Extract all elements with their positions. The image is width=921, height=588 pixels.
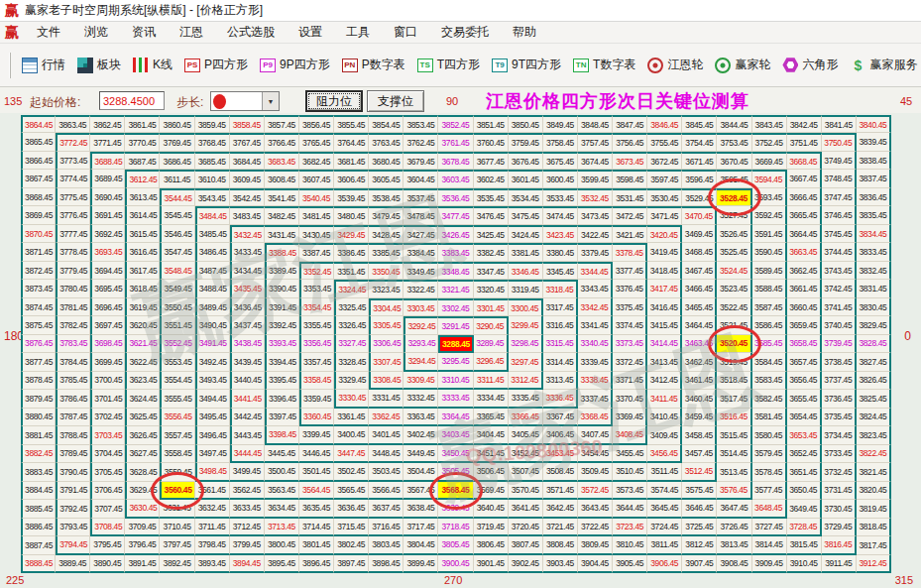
price-cell: 3684.45: [230, 152, 265, 170]
menu-item-浏览[interactable]: 浏览: [72, 22, 120, 43]
step-dropdown-button[interactable]: ▼: [262, 92, 279, 110]
price-cell: 3817.45: [857, 536, 891, 554]
price-cell: 3562.45: [230, 482, 265, 500]
price-cell: 3862.45: [90, 115, 125, 133]
price-cell: 3839.45: [857, 133, 891, 151]
price-cell: 3400.45: [334, 426, 369, 444]
price-cell: 3364.45: [438, 409, 473, 426]
menu-item-交易委托[interactable]: 交易委托: [429, 22, 501, 43]
toolbar-button-p-number[interactable]: PNP数字表: [342, 57, 405, 73]
price-cell: 3354.45: [299, 298, 334, 316]
toolbar-button-winner-service[interactable]: $赢家服务: [850, 57, 917, 73]
price-cell: 3725.45: [682, 519, 717, 536]
price-cell: 3856.45: [299, 115, 334, 133]
price-cell: 3497.45: [195, 445, 230, 463]
price-cell: 3405.45: [509, 426, 543, 444]
menu-item-窗口[interactable]: 窗口: [382, 22, 429, 43]
toolbar-button-9t-square[interactable]: T99T四方形: [492, 57, 561, 73]
price-cell: 3710.45: [160, 519, 194, 536]
chevron-down-icon: ▼: [268, 98, 275, 105]
price-cell: 3848.45: [578, 115, 613, 133]
price-cell: 3851.45: [474, 115, 509, 133]
menu-item-工具[interactable]: 工具: [334, 22, 382, 43]
price-cell: 3373.45: [613, 335, 647, 353]
price-cell: 3483.45: [230, 206, 265, 224]
price-cell: 3419.45: [647, 243, 682, 261]
price-cell: 3569.45: [474, 482, 509, 500]
toolbar-label: P四方形: [204, 57, 248, 73]
price-cell: 3805.45: [438, 536, 473, 554]
price-cell: 3654.45: [787, 409, 822, 426]
price-cell: 3578.45: [752, 463, 787, 481]
price-cell: 3402.45: [403, 426, 438, 444]
toolbar-button-gann-wheel[interactable]: 江恩轮: [647, 57, 703, 73]
price-cell: 3880.45: [21, 409, 56, 426]
price-cell: 3813.45: [717, 536, 751, 554]
price-cell: 3663.45: [787, 243, 822, 261]
price-cell: 3546.45: [160, 225, 194, 243]
menu-item-文件[interactable]: 文件: [25, 22, 72, 43]
menu-item-设置[interactable]: 设置: [287, 22, 334, 43]
price-cell: 3593.45: [752, 188, 787, 206]
toolbar-button-winner-wheel[interactable]: 赢家轮: [715, 57, 770, 73]
toolbar-button-sectors[interactable]: 板块: [77, 57, 121, 73]
menu-item-公式选股[interactable]: 公式选股: [215, 22, 287, 43]
price-cell: 3408.45: [613, 426, 647, 444]
toolbar-button-quotes[interactable]: 行情: [22, 57, 65, 73]
toolbar-button-hexagon[interactable]: 六角形: [782, 57, 838, 73]
menu-item-资讯[interactable]: 资讯: [120, 22, 168, 43]
price-cell: 3591.45: [752, 225, 787, 243]
price-cell: 3490.45: [195, 316, 230, 334]
price-cell: 3380.45: [543, 243, 578, 261]
toolbar-button-t-number[interactable]: TNT数字表: [573, 57, 635, 73]
price-cell: 3881.45: [21, 426, 56, 444]
support-button[interactable]: 支撑位: [367, 90, 424, 112]
price-cell: 3308.45: [369, 372, 403, 390]
step-combobox[interactable]: ▼: [210, 91, 280, 111]
price-cell: 3534.45: [509, 188, 543, 206]
price-cell: 3361.45: [334, 409, 369, 426]
toolbar-button-t-square[interactable]: TST四方形: [417, 57, 480, 73]
price-cell: 3363.45: [403, 409, 438, 426]
price-cell: 3878.45: [21, 372, 56, 390]
toolbar-label: 赢家服务: [869, 57, 917, 73]
resistance-button[interactable]: 阻力位: [305, 90, 363, 112]
price-cell: 3372.45: [613, 353, 647, 371]
toolbar-button-p-square[interactable]: PSP四方形: [184, 57, 248, 73]
price-cell: 3692.45: [90, 225, 125, 243]
price-cell: 3445.45: [265, 445, 299, 463]
price-cell: 3611.45: [160, 170, 194, 187]
price-cell: 3461.45: [682, 372, 717, 390]
price-cell: 3580.45: [752, 426, 787, 444]
price-cell: 3390.45: [265, 280, 299, 297]
price-cell: 3555.45: [160, 390, 194, 408]
angle-label-315: 315: [895, 574, 913, 586]
price-cell: 3316.45: [543, 316, 578, 334]
price-cell: 3519.45: [717, 353, 751, 371]
price-cell: 3777.45: [56, 225, 90, 243]
price-cell: 3323.45: [369, 280, 403, 297]
toolbar-button-kline[interactable]: K线: [133, 57, 173, 73]
price-cell: 3621.45: [125, 335, 160, 353]
price-cell: 3508.45: [543, 463, 578, 481]
price-cell: 3463.45: [682, 335, 717, 353]
menu-item-帮助[interactable]: 帮助: [501, 22, 548, 43]
price-cell: 3505.45: [438, 463, 473, 481]
price-cell: 3781.45: [56, 298, 90, 316]
start-price-input[interactable]: [99, 91, 165, 110]
price-cell: 3837.45: [857, 170, 891, 187]
menu-item-江恩[interactable]: 江恩: [168, 22, 215, 43]
price-cell: 3565.45: [334, 482, 369, 500]
price-cell: 3475.45: [509, 206, 543, 224]
price-cell: 3733.45: [822, 445, 857, 463]
price-cell: 3815.45: [787, 536, 822, 554]
price-cell: 3395.45: [265, 372, 299, 390]
toolbar-button-9p-square[interactable]: P99P四方形: [260, 57, 330, 73]
price-cell: 3720.45: [509, 519, 543, 536]
price-cell: 3884.45: [21, 482, 56, 500]
price-cell: 3888.45: [21, 555, 56, 573]
price-cell: 3877.45: [21, 353, 56, 371]
price-cell: 3723.45: [613, 519, 647, 536]
price-cell: 3886.45: [21, 519, 56, 536]
price-cell: 3860.45: [160, 115, 194, 133]
